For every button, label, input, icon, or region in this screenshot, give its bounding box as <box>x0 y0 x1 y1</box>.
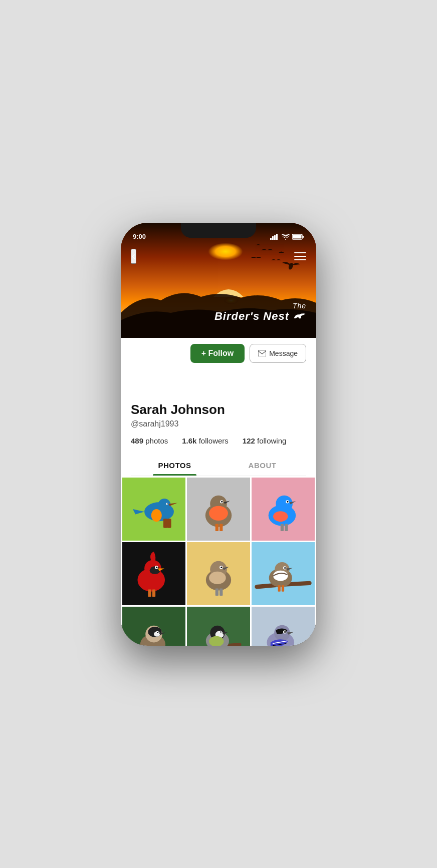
svg-point-61 <box>284 567 286 568</box>
svg-rect-35 <box>220 524 223 531</box>
follow-button[interactable]: + Follow <box>190 344 245 363</box>
svg-point-84 <box>284 631 286 632</box>
following-stat[interactable]: 122 following <box>243 437 287 445</box>
menu-line-3 <box>294 259 306 260</box>
svg-rect-49 <box>152 589 155 597</box>
svg-point-38 <box>273 511 288 522</box>
svg-point-52 <box>209 571 226 584</box>
svg-point-47 <box>156 566 157 568</box>
photo-item-5[interactable] <box>187 542 250 605</box>
back-button[interactable]: ‹ <box>131 249 136 264</box>
envelope-icon <box>258 350 266 356</box>
message-button[interactable]: Message <box>250 344 306 363</box>
svg-rect-6 <box>293 235 302 238</box>
menu-line-1 <box>294 252 306 253</box>
stats-row: 489 photos 1.6k followers 122 following <box>131 437 306 445</box>
photo-item-3[interactable] <box>252 478 315 541</box>
svg-point-59 <box>273 570 288 581</box>
photo-item-8[interactable] <box>187 607 250 646</box>
svg-rect-27 <box>163 518 167 528</box>
tab-about[interactable]: ABOUT <box>218 455 306 476</box>
svg-rect-3 <box>276 234 278 240</box>
svg-point-40 <box>287 501 288 502</box>
svg-rect-1 <box>272 236 274 240</box>
svg-rect-56 <box>220 588 223 596</box>
svg-point-70 <box>157 632 159 633</box>
photo-item-2[interactable] <box>187 478 250 541</box>
svg-point-78 <box>220 631 222 633</box>
menu-button[interactable] <box>294 252 306 260</box>
action-buttons: + Follow Message <box>131 338 306 367</box>
app-title-the: The <box>214 302 306 310</box>
tabs-container: PHOTOS ABOUT <box>131 455 306 476</box>
photo-item-9[interactable] <box>252 607 315 646</box>
svg-point-54 <box>221 566 222 568</box>
followers-stat[interactable]: 1.6k followers <box>182 437 229 445</box>
svg-point-25 <box>167 503 168 504</box>
svg-rect-21 <box>258 350 266 356</box>
svg-rect-28 <box>167 518 171 528</box>
svg-rect-55 <box>215 588 218 596</box>
svg-rect-42 <box>285 524 288 531</box>
photo-item-1[interactable] <box>122 478 185 541</box>
svg-point-37 <box>276 495 293 512</box>
app-title: The Birder's Nest <box>214 302 306 323</box>
app-title-main: Birder's Nest <box>214 310 306 323</box>
status-icons <box>270 234 304 240</box>
photo-item-4[interactable] <box>122 542 185 605</box>
status-time: 9:00 <box>133 233 146 240</box>
tab-photos[interactable]: PHOTOS <box>131 455 218 476</box>
photo-grid: ⌄ <box>121 476 316 646</box>
notch <box>181 223 256 238</box>
menu-line-2 <box>294 256 306 257</box>
photos-stat[interactable]: 489 photos <box>131 437 168 445</box>
svg-rect-34 <box>215 524 218 531</box>
svg-rect-48 <box>148 589 151 597</box>
svg-point-26 <box>151 509 162 522</box>
user-name: Sarah Johnson <box>131 402 306 417</box>
photo-item-6[interactable] <box>252 542 315 605</box>
svg-rect-63 <box>282 585 284 592</box>
nav-bar: ‹ <box>121 245 316 268</box>
svg-rect-5 <box>303 236 304 238</box>
phone-screen: 9:00 <box>121 223 316 646</box>
signal-icon <box>270 234 279 240</box>
svg-point-33 <box>221 501 223 502</box>
wifi-icon <box>282 234 290 240</box>
svg-point-31 <box>209 506 228 520</box>
svg-rect-0 <box>270 238 272 240</box>
svg-rect-41 <box>281 524 284 531</box>
user-handle: @sarahj1993 <box>131 419 306 428</box>
photo-row-3 <box>121 607 316 646</box>
battery-icon <box>292 234 304 240</box>
svg-rect-2 <box>274 235 276 240</box>
svg-rect-62 <box>278 585 281 592</box>
photo-row-1 <box>121 478 316 541</box>
svg-point-23 <box>158 499 170 511</box>
phone-device: 9:00 <box>121 223 316 646</box>
photo-row-2 <box>121 542 316 605</box>
bird-logo-icon <box>292 311 306 322</box>
photo-item-7[interactable] <box>122 607 185 646</box>
profile-section: + Follow Message Sarah Johnson @sarahj19… <box>121 338 316 476</box>
